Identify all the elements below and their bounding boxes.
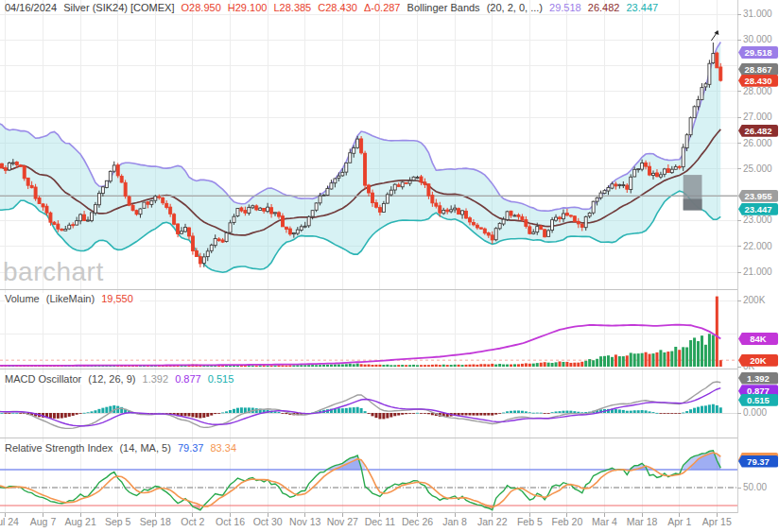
rsi-panel-header: Relative Strength Index (14, MA, 5) 79.3… — [5, 442, 243, 454]
x-axis-label: Jan 22 — [472, 516, 513, 527]
x-axis-label: Mar 4 — [584, 516, 626, 527]
volume-axis-badge: 84K — [738, 333, 778, 345]
rsi-params: (14, MA, 5) — [119, 442, 170, 454]
price-axis-badge: 28.430 — [738, 75, 778, 87]
x-axis-label: Mar 18 — [621, 516, 663, 527]
price-axis-badge: 28.867 — [738, 63, 778, 76]
macd-axis-badge: 1.392 — [738, 372, 778, 385]
price-axis-label: 22.000 — [743, 241, 772, 251]
x-axis-label: Nov 27 — [321, 516, 363, 527]
volume-axis-badge: 20K — [738, 354, 778, 367]
header-low: L28.385 — [273, 2, 311, 13]
price-axis-label: 28.000 — [743, 86, 772, 96]
volume-axis-label: 200K — [743, 295, 765, 305]
rsi-axis-label: 50.00 — [743, 482, 767, 492]
price-axis-label: 27.000 — [743, 112, 772, 122]
volume-params: (LikeMain) — [46, 293, 95, 304]
header-high: H29.100 — [228, 2, 268, 13]
price-axis-badge: 29.518 — [738, 46, 778, 59]
macd-title: MACD Oscillator — [5, 373, 81, 385]
macd-panel-header: MACD Oscillator (12, 26, 9) 1.392 0.877 … — [5, 373, 240, 385]
price-axis-label: 31.000 — [743, 9, 772, 19]
volume-panel-header: Volume (LikeMain) 19,550 — [5, 293, 140, 304]
price-axis-badge: 23.955 — [738, 190, 778, 202]
price-axis-badge: 26.482 — [738, 125, 778, 137]
header-date: 04/16/2024 — [5, 2, 57, 13]
x-axis-label: Jan 8 — [434, 516, 476, 527]
header-study-name: Bollinger Bands — [407, 2, 480, 13]
header-change: Δ-0.287 — [364, 2, 401, 13]
macd-value-1: 1.392 — [143, 373, 169, 385]
macd-value-2: 0.877 — [175, 373, 201, 385]
x-axis-label: Oct 16 — [210, 516, 251, 527]
header-symbol: Silver (SIK24) [COMEX] — [63, 2, 174, 13]
x-axis-label: Apr 15 — [696, 516, 737, 527]
x-axis-label: Apr 1 — [659, 516, 701, 527]
macd-value-3: 0.515 — [208, 373, 234, 385]
x-axis-label: Aug 7 — [23, 516, 64, 527]
rsi-axis-badge: 79.37 — [738, 455, 778, 468]
volume-value: 19,550 — [101, 293, 133, 304]
header-bb-middle: 26.482 — [588, 2, 620, 13]
price-axis-badge: 23.447 — [738, 203, 778, 215]
chart-window: 04/16/2024 Silver (SIK24) [COMEX] O28.95… — [0, 0, 779, 532]
price-axis-label: 26.000 — [743, 138, 772, 148]
x-axis-label: Oct 30 — [247, 516, 288, 527]
volume-title: Volume — [5, 293, 40, 304]
header-bb-upper: 29.518 — [549, 2, 581, 13]
price-axis-label: 23.000 — [743, 215, 772, 225]
price-axis-label: 25.000 — [743, 163, 772, 174]
x-axis-label: Aug 21 — [60, 516, 101, 527]
x-axis-label: Sep 5 — [97, 516, 139, 527]
header-close: C28.430 — [318, 2, 357, 13]
header-open: O28.950 — [182, 2, 221, 13]
rsi-title: Relative Strength Index — [5, 442, 113, 454]
x-axis-label: Nov 13 — [285, 516, 326, 527]
rsi-value-2: 83.34 — [210, 442, 236, 454]
x-axis-label: Oct 2 — [172, 516, 214, 527]
macd-params: (12, 26, 9) — [88, 373, 135, 385]
x-axis-label: Sep 18 — [134, 516, 176, 527]
macd-axis-label: 0.000 — [743, 407, 767, 418]
header-bb-lower: 23.447 — [627, 2, 659, 13]
x-axis-label: Dec 26 — [397, 516, 439, 527]
x-axis-label: Dec 11 — [359, 516, 401, 527]
chart-header: 04/16/2024 Silver (SIK24) [COMEX] O28.95… — [5, 2, 662, 13]
rsi-value-1: 79.37 — [178, 442, 204, 454]
barchart-watermark: barchart — [3, 257, 104, 287]
macd-axis-badge: 0.515 — [738, 394, 778, 406]
header-study-params: (20, 2, 0, ...) — [487, 2, 543, 13]
price-axis-label: 30.000 — [743, 34, 772, 44]
price-axis-label: 21.000 — [743, 266, 772, 277]
x-axis-label: Feb 20 — [546, 516, 588, 527]
x-axis-label: Feb 5 — [509, 516, 550, 527]
